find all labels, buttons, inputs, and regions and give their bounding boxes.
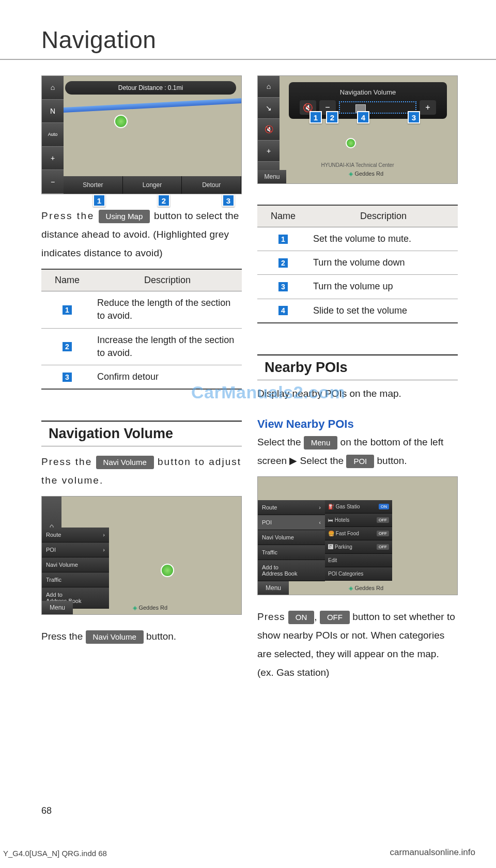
using-map-chip: Using Map [99,210,150,223]
paragraph-r2: Select the Menu on the bottom of the lef… [257,433,458,470]
section-nearby-pois: Nearby POIs [257,354,458,380]
menu-button[interactable]: Menu [258,170,286,183]
menu-address-book[interactable]: Add to Address Book [258,560,325,581]
paragraph-r1: Display nearby POIs on the map. [257,384,458,403]
table-detour: Name Description 1 Reduce the length of … [41,269,242,390]
section-nav-volume: Navigation Volume [41,421,242,446]
paragraph-2: Press the Navi Volume button to adjust t… [41,453,242,490]
callout-4: 4 [357,111,369,123]
page-title: Navigation [0,0,496,60]
row-badge-2: 2 [277,257,289,269]
poi-categories[interactable]: POI Categories [325,567,392,581]
table-volume: Name Description 1 Set the volume to mut… [257,205,458,323]
home-icon: ⌂ [258,76,280,98]
page-number: 68 [41,805,52,816]
shorter-button[interactable]: Shorter [64,176,123,194]
poi-edit[interactable]: Edit [325,554,392,567]
poi-gas[interactable]: ⛽ Gas StatioON [325,500,392,514]
th-name: Name [41,269,93,291]
poi-chip: POI [346,455,374,468]
on-chip: ON [288,611,315,624]
right-column: ⌂ ↘ 🔇 + − Navigation Volume 🔇 − + 1 2 4 [257,75,458,682]
auto-icon: Auto [42,123,64,147]
row-desc-1: Reduce the length of the section to avoi… [93,291,242,328]
paragraph-r3: Press ON, OFF button to set whether to s… [257,608,458,682]
callout-3: 3 [222,194,235,207]
row-desc-3: Turn the volume up [309,275,458,299]
th-name: Name [257,205,309,227]
navi-volume-chip: Navi Volume [96,456,154,469]
plus-icon: + [42,147,64,171]
off-chip: OFF [320,611,350,624]
plus-icon: + [258,141,280,162]
row-badge-3: 3 [61,371,73,383]
menu-navi-volume[interactable]: Navi Volume [42,557,109,572]
paragraph-1: Press the Using Map button to select the… [41,207,242,262]
th-desc: Description [93,269,242,291]
callout-1: 1 [93,194,105,207]
callout-2: 2 [326,111,338,123]
callout-3: 3 [408,111,420,123]
home-icon: ⌂ [42,76,64,100]
volume-title: Navigation Volume [293,86,443,100]
menu-button[interactable]: Menu [42,601,73,614]
row-badge-1: 1 [61,304,73,316]
location-marker-icon [346,138,356,148]
street-label: Geddes Rd [349,585,383,592]
poi-hotels[interactable]: 🛏 HotelsOFF [325,514,392,527]
row-desc-3: Confirm detour [93,365,242,390]
location-marker-icon [161,564,174,577]
row-desc-2: Turn the volume down [309,251,458,275]
menu-navi-volume[interactable]: Navi Volume [258,530,325,545]
row-desc-2: Increase the length of the section to av… [93,328,242,365]
callout-2: 2 [158,194,170,207]
screenshot-detour: ⌂ N Auto + − Detour Distance : 0.1mi Sho… [41,75,242,194]
sub-view-pois: View Nearby POIs [257,417,458,431]
menu-chip: Menu [304,436,338,450]
screenshot-menu: ⌂ ↘ Route › POI › Navi Volume Traffic Ad… [41,496,242,615]
menu-poi[interactable]: POI ‹ [258,515,325,530]
menu-button[interactable]: Menu [258,581,289,595]
screenshot-volume: ⌂ ↘ 🔇 + − Navigation Volume 🔇 − + 1 2 4 [257,75,458,184]
detour-distance-label: Detour Distance : 0.1mi [65,81,236,95]
mute-icon: 🔇 [258,119,280,141]
row-badge-4: 4 [277,305,289,316]
row-badge-2: 2 [61,341,73,352]
footer-left: Y_G4.0[USA_N] QRG.indd 68 [3,849,107,858]
arrow-icon: ↘ [258,98,280,119]
navi-volume-chip-2: Navi Volume [86,630,144,644]
vol-up-button[interactable]: + [420,100,436,115]
north-icon: N [42,100,64,123]
route-line [64,98,241,113]
menu-route[interactable]: Route › [258,500,325,515]
menu-traffic[interactable]: Traffic [258,545,325,560]
longer-button[interactable]: Longer [123,176,182,194]
minus-icon: − [42,170,64,194]
menu-traffic[interactable]: Traffic [42,572,109,587]
row-desc-1: Set the volume to mute. [309,227,458,251]
poi-parking[interactable]: 🅿 ParkingOFF [325,540,392,554]
screenshot-poi-menu: Route › POI ‹ Navi Volume Traffic Add to… [257,476,458,595]
paragraph-3: Press the Navi Volume button. [41,627,242,646]
left-column: ⌂ N Auto + − Detour Distance : 0.1mi Sho… [41,75,242,682]
menu-poi[interactable]: POI › [42,542,109,557]
callout-1: 1 [309,111,322,123]
location-marker-icon [114,115,128,128]
detour-button[interactable]: Detour [182,176,241,194]
street-label: Geddes Rd [133,605,167,611]
row-desc-4: Slide to set the volume [309,299,458,323]
hyundai-label: HYUNDAI-KIA Technical Center [321,162,394,168]
street-label: Geddes Rd [349,171,383,177]
th-desc: Description [309,205,458,227]
footer-right: carmanualsonline.info [390,847,475,858]
menu-route[interactable]: Route › [42,528,109,542]
row-badge-1: 1 [277,234,289,245]
poi-fastfood[interactable]: 🍔 Fast FoodOFF [325,527,392,540]
row-badge-3: 3 [277,281,289,292]
